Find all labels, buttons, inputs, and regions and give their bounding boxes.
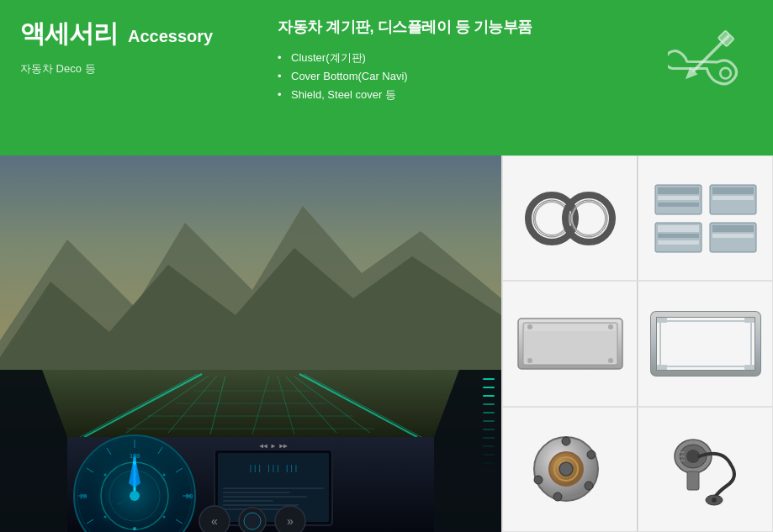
header-banner: 액세서리 Accessory 자동차 Deco 등 자동차 계기판, 디스플레이… xyxy=(0,0,773,155)
svg-text:»: » xyxy=(287,514,294,528)
svg-point-107 xyxy=(527,358,532,363)
svg-rect-58 xyxy=(223,496,307,498)
svg-rect-128 xyxy=(687,471,699,490)
svg-point-117 xyxy=(562,437,570,445)
svg-rect-112 xyxy=(657,318,667,323)
wrench-screwdriver-icon xyxy=(668,21,744,97)
svg-rect-79 xyxy=(483,454,495,456)
svg-point-67 xyxy=(244,513,261,529)
product-cell-cluster-rings xyxy=(502,155,638,281)
svg-rect-89 xyxy=(658,187,699,194)
sensor-part-image xyxy=(647,431,765,507)
svg-rect-81 xyxy=(483,471,495,472)
car-image-section: 100 0 80 20 xyxy=(0,155,501,532)
product-cell-sensor xyxy=(638,407,773,532)
product-cell-bearing xyxy=(502,407,638,532)
product-cell-steel-frame xyxy=(638,281,773,406)
svg-rect-70 xyxy=(483,378,495,380)
svg-rect-73 xyxy=(483,403,495,405)
product-cell-bracket xyxy=(638,155,773,281)
svg-rect-90 xyxy=(658,196,699,200)
header-left: 액세서리 Accessory 자동차 Deco 등 xyxy=(0,0,252,155)
svg-rect-111 xyxy=(660,321,751,366)
svg-text:«: « xyxy=(211,514,218,528)
svg-rect-78 xyxy=(483,445,495,447)
svg-rect-109 xyxy=(654,314,758,373)
svg-rect-57 xyxy=(223,492,290,493)
svg-point-49 xyxy=(163,516,166,519)
svg-point-48 xyxy=(163,474,166,477)
main-content: 100 0 80 20 xyxy=(0,155,773,532)
svg-point-121 xyxy=(534,476,543,484)
svg-text:80: 80 xyxy=(186,493,193,500)
svg-text:◀◀  ▶  ▶▶: ◀◀ ▶ ▶▶ xyxy=(259,442,288,450)
svg-rect-115 xyxy=(744,365,754,370)
svg-rect-56 xyxy=(223,487,324,489)
svg-point-51 xyxy=(104,516,107,519)
svg-rect-75 xyxy=(483,420,495,422)
svg-rect-98 xyxy=(658,240,699,245)
svg-rect-113 xyxy=(744,318,754,323)
korean-title: 액세서리 xyxy=(20,17,118,51)
svg-point-118 xyxy=(587,450,596,459)
svg-rect-104 xyxy=(525,324,616,331)
svg-point-106 xyxy=(608,324,613,329)
svg-rect-110 xyxy=(654,314,758,373)
svg-rect-74 xyxy=(483,412,495,413)
svg-text:|||  |||  |||: ||| ||| ||| xyxy=(248,464,299,472)
svg-rect-72 xyxy=(483,395,495,397)
svg-point-130 xyxy=(712,498,717,503)
svg-rect-76 xyxy=(483,429,495,430)
svg-point-105 xyxy=(527,324,532,329)
nav-cover-image xyxy=(511,306,629,382)
header-right: 자동차 계기판, 디스플레이 등 기능부품 Cluster(계기판) Cover… xyxy=(252,0,773,155)
svg-rect-93 xyxy=(712,187,754,194)
svg-rect-97 xyxy=(658,234,699,238)
svg-text:20: 20 xyxy=(80,493,87,500)
svg-rect-77 xyxy=(483,437,495,439)
svg-point-119 xyxy=(585,482,593,490)
svg-rect-59 xyxy=(223,500,273,502)
svg-rect-96 xyxy=(658,225,699,232)
bracket-parts-image xyxy=(651,181,760,256)
subtitle: 자동차 Deco 등 xyxy=(20,61,232,76)
svg-rect-71 xyxy=(483,387,495,388)
svg-rect-114 xyxy=(657,365,667,370)
svg-rect-80 xyxy=(483,462,495,464)
svg-rect-91 xyxy=(658,203,699,207)
svg-point-47 xyxy=(133,461,136,465)
svg-point-50 xyxy=(133,527,136,530)
english-title: Accessory xyxy=(128,27,213,46)
svg-rect-94 xyxy=(712,196,754,200)
svg-point-124 xyxy=(559,462,573,476)
products-grid xyxy=(501,155,773,532)
bearing-hub-image xyxy=(520,431,621,507)
svg-point-44 xyxy=(130,491,140,501)
cluster-rings-image xyxy=(520,181,621,256)
svg-rect-101 xyxy=(712,234,754,238)
steel-frame-image xyxy=(647,306,765,382)
svg-point-52 xyxy=(104,474,107,477)
car-scene-svg: 100 0 80 20 xyxy=(0,155,501,532)
product-cell-nav-cover xyxy=(502,281,638,406)
svg-point-0 xyxy=(718,66,733,81)
title-row: 액세서리 Accessory xyxy=(20,17,232,51)
svg-point-108 xyxy=(608,358,613,363)
tool-icon-area xyxy=(664,17,748,101)
svg-rect-100 xyxy=(712,225,754,232)
svg-point-120 xyxy=(553,492,562,501)
